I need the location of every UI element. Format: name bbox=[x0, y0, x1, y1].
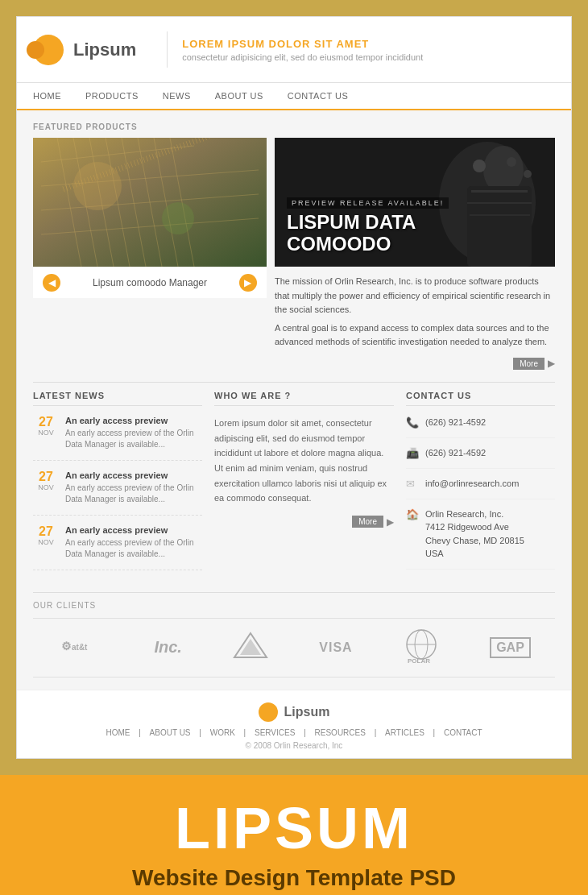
clients-grid: ⚙at&t Inc. VISA bbox=[33, 618, 555, 677]
footer-nav-contact[interactable]: CONTACT bbox=[444, 728, 482, 737]
footer-nav-sep: | bbox=[199, 728, 203, 737]
featured-left: ◀ Lipsum comoodo Manager ▶ bbox=[33, 138, 267, 370]
nav-about[interactable]: ABOUT US bbox=[215, 83, 263, 109]
who-section-title: WHO WE ARE ? bbox=[214, 391, 394, 406]
svg-point-15 bbox=[162, 202, 194, 234]
featured-caption: Lipsum comoodo Manager bbox=[93, 277, 207, 288]
news-date-1: 27 NOV bbox=[33, 416, 59, 450]
svg-point-21 bbox=[507, 157, 516, 167]
three-col: LATEST NEWS 27 NOV An early access previ… bbox=[33, 391, 555, 580]
more-link-who: More ▶ bbox=[214, 516, 394, 528]
footer-logo-icon bbox=[259, 702, 278, 722]
client-polar: POLAR bbox=[401, 627, 441, 669]
contact-fax: (626) 921-4592 bbox=[425, 446, 486, 460]
logo-area: Lipsum bbox=[33, 35, 136, 65]
clients-label: OUR CLIENTS bbox=[33, 601, 555, 610]
featured-description: The mission of Orlin Research, Inc. is t… bbox=[275, 267, 555, 358]
news-date-2: 27 NOV bbox=[33, 470, 59, 505]
news-title-3[interactable]: An early access preview bbox=[65, 525, 202, 535]
featured-nav: ◀ Lipsum comoodo Manager ▶ bbox=[33, 267, 267, 298]
footer-nav-sep: | bbox=[433, 728, 437, 737]
contact-email: info@orlinresearch.com bbox=[425, 477, 519, 491]
nav-home[interactable]: HOME bbox=[33, 83, 61, 109]
more-button-featured[interactable]: More bbox=[513, 358, 545, 370]
news-column: LATEST NEWS 27 NOV An early access previ… bbox=[33, 391, 202, 580]
nav-products[interactable]: PRODUCTS bbox=[85, 83, 139, 109]
footer-nav-resources[interactable]: RESOURCES bbox=[315, 728, 366, 737]
footer-nav-sep: | bbox=[139, 728, 143, 737]
svg-marker-28 bbox=[240, 639, 261, 655]
nav-contact[interactable]: CONTACT US bbox=[288, 83, 349, 109]
news-date-3: 27 NOV bbox=[33, 525, 59, 560]
news-excerpt-2: An early access preview of the Orlin Dat… bbox=[65, 483, 202, 505]
nav-news[interactable]: NEWS bbox=[163, 83, 191, 109]
footer-nav-about[interactable]: ABOUT US bbox=[150, 728, 191, 737]
svg-text:POLAR: POLAR bbox=[408, 657, 430, 665]
featured-image-cactus bbox=[33, 138, 267, 267]
contact-fax-item: 📠 (626) 921-4592 bbox=[406, 446, 555, 469]
next-arrow[interactable]: ▶ bbox=[239, 274, 257, 292]
contact-column: Contact Us 📞 (626) 921-4592 📠 (626) 921-… bbox=[406, 391, 555, 580]
featured-image-statue: PREVIEW RELEASE AVAILABLE! LISPUM DATACO… bbox=[275, 138, 555, 267]
svg-point-14 bbox=[73, 162, 122, 210]
header-tagline: LOREM IPSUM DOLOR SIT AMET consectetur a… bbox=[182, 38, 423, 62]
svg-point-22 bbox=[524, 170, 532, 178]
news-excerpt-3: An early access preview of the Orlin Dat… bbox=[65, 537, 202, 560]
tagline-sub: consectetur adipisicing elit, sed do eiu… bbox=[182, 52, 423, 62]
phone-icon: 📞 bbox=[406, 416, 419, 429]
news-section-title: LATEST NEWS bbox=[33, 391, 202, 406]
featured-grid: ◀ Lipsum comoodo Manager ▶ bbox=[33, 138, 555, 370]
featured-overlay: PREVIEW RELEASE AVAILABLE! LISPUM DATACO… bbox=[287, 194, 543, 255]
section-divider-1 bbox=[33, 382, 555, 383]
email-icon: ✉ bbox=[406, 478, 419, 491]
footer-copyright: © 2008 Orlin Research, Inc bbox=[33, 741, 555, 750]
contact-phone: (626) 921-4592 bbox=[425, 416, 486, 429]
preview-badge: PREVIEW RELEASE AVAILABLE! bbox=[287, 197, 449, 209]
svg-point-20 bbox=[473, 160, 486, 172]
who-more-arrow-icon: ▶ bbox=[387, 516, 394, 528]
news-item: 27 NOV An early access preview An early … bbox=[33, 470, 202, 516]
footer-logo: Lipsum bbox=[33, 702, 555, 722]
news-content-1: An early access preview An early access … bbox=[65, 416, 202, 450]
footer-nav-work[interactable]: WORK bbox=[210, 728, 235, 737]
featured-desc-2: A central goal is to expand access to co… bbox=[275, 321, 555, 350]
fax-icon: 📠 bbox=[406, 447, 419, 460]
featured-right: PREVIEW RELEASE AVAILABLE! LISPUM DATACO… bbox=[275, 138, 555, 370]
news-title-2[interactable]: An early access preview bbox=[65, 470, 202, 480]
address-icon: 🏠 bbox=[406, 508, 419, 521]
contact-email-item: ✉ info@orlinresearch.com bbox=[406, 477, 555, 499]
banner-subtitle: Website Design Template PSD bbox=[16, 865, 572, 891]
prev-arrow[interactable]: ◀ bbox=[43, 274, 60, 292]
contact-address-item: 🏠 Orlin Research, Inc. 7412 Ridgewood Av… bbox=[406, 508, 555, 570]
news-day-2: 27 bbox=[33, 470, 59, 483]
svg-rect-23 bbox=[471, 190, 528, 193]
logo-icon bbox=[33, 35, 64, 65]
bottom-banner: LIPSUM Website Design Template PSD From … bbox=[0, 775, 588, 895]
site-header: Lipsum LOREM IPSUM DOLOR SIT AMET consec… bbox=[17, 17, 571, 83]
more-link-featured: More ▶ bbox=[275, 358, 555, 370]
client-visa: VISA bbox=[319, 640, 352, 655]
featured-desc-1: The mission of Orlin Research, Inc. is t… bbox=[275, 275, 555, 317]
contact-phone-item: 📞 (626) 921-4592 bbox=[406, 416, 555, 438]
news-item: 27 NOV An early access preview An early … bbox=[33, 416, 202, 461]
contact-section-title: Contact Us bbox=[406, 391, 555, 406]
client-att: ⚙at&t bbox=[57, 634, 106, 661]
tagline-title: LOREM IPSUM DOLOR SIT AMET bbox=[182, 38, 423, 50]
news-day-1: 27 bbox=[33, 416, 59, 429]
footer-nav: HOME | ABOUT US | WORK | SERVICES | RESO… bbox=[33, 728, 555, 737]
more-button-who[interactable]: More bbox=[352, 516, 383, 528]
news-item: 27 NOV An early access preview An early … bbox=[33, 525, 202, 570]
news-title-1[interactable]: An early access preview bbox=[65, 416, 202, 425]
logo-text: Lipsum bbox=[73, 39, 136, 60]
news-month-2: NOV bbox=[33, 483, 59, 491]
featured-title-large: LISPUM DATACOMOODO bbox=[287, 212, 543, 255]
footer-nav-services[interactable]: SERVICES bbox=[255, 728, 295, 737]
news-day-3: 27 bbox=[33, 525, 59, 538]
client-arrows bbox=[230, 629, 271, 665]
footer-nav-home[interactable]: HOME bbox=[106, 728, 130, 737]
contact-address: Orlin Research, Inc. 7412 Ridgewood Ave … bbox=[425, 508, 524, 561]
banner-title: LIPSUM bbox=[16, 799, 572, 857]
news-content-3: An early access preview An early access … bbox=[65, 525, 202, 560]
footer-nav-articles[interactable]: ARTICLES bbox=[385, 728, 424, 737]
svg-text:⚙at&t: ⚙at&t bbox=[61, 640, 88, 653]
